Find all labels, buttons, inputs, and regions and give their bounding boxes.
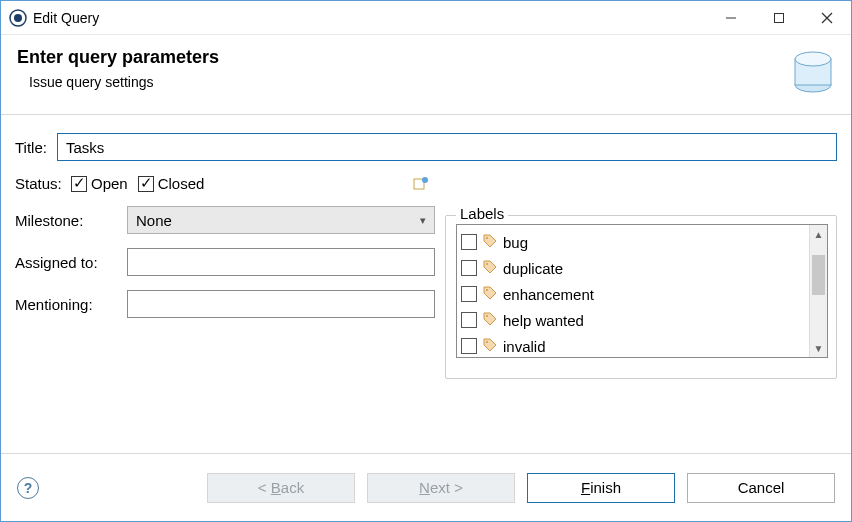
scroll-down-icon[interactable]: ▼ (810, 339, 827, 357)
status-closed-checkbox[interactable]: Closed (138, 175, 205, 192)
wizard-footer: ? < Back Next > Finish Cancel (1, 453, 851, 521)
tag-icon (483, 234, 497, 251)
checkbox-icon (138, 176, 154, 192)
svg-point-12 (486, 263, 488, 265)
label-item[interactable]: duplicate (461, 255, 805, 281)
checkbox-icon (461, 312, 477, 328)
tag-icon (483, 286, 497, 303)
customize-columns-icon[interactable] (413, 176, 429, 192)
edit-query-window: Edit Query Enter query parameters Issue … (0, 0, 852, 522)
close-button[interactable] (803, 1, 851, 35)
mentioning-label: Mentioning: (15, 296, 121, 313)
status-open-checkbox[interactable]: Open (71, 175, 128, 192)
wizard-content: Title: Status: Open Closed (1, 115, 851, 453)
labels-scrollbar[interactable]: ▲ ▼ (809, 225, 827, 357)
labels-legend: Labels (456, 205, 508, 222)
status-open-label: Open (91, 175, 128, 192)
label-item[interactable]: invalid (461, 333, 805, 357)
chevron-down-icon: ▾ (420, 214, 426, 227)
wizard-title: Enter query parameters (17, 47, 219, 68)
window-title: Edit Query (33, 10, 99, 26)
svg-point-13 (486, 289, 488, 291)
svg-point-15 (486, 341, 488, 343)
mentioning-input[interactable] (127, 290, 435, 318)
label-item[interactable]: help wanted (461, 307, 805, 333)
title-label: Title: (15, 139, 49, 156)
titlebar: Edit Query (1, 1, 851, 35)
svg-point-8 (795, 52, 831, 66)
label-text: invalid (503, 338, 546, 355)
help-button[interactable]: ? (17, 477, 39, 499)
back-button: < Back (207, 473, 355, 503)
svg-point-1 (14, 14, 22, 22)
status-closed-label: Closed (158, 175, 205, 192)
title-input[interactable] (57, 133, 837, 161)
cancel-button[interactable]: Cancel (687, 473, 835, 503)
assigned-to-label: Assigned to: (15, 254, 121, 271)
checkbox-icon (71, 176, 87, 192)
labels-list[interactable]: bugduplicateenhancementhelp wantedinvali… (457, 225, 809, 357)
wizard-subtitle: Issue query settings (29, 74, 219, 90)
tag-icon (483, 338, 497, 355)
checkbox-icon (461, 234, 477, 250)
milestone-combo[interactable]: None ▾ (127, 206, 435, 234)
finish-button[interactable]: Finish (527, 473, 675, 503)
svg-point-10 (422, 177, 428, 183)
scroll-up-icon[interactable]: ▲ (810, 225, 827, 243)
assigned-to-input[interactable] (127, 248, 435, 276)
repository-icon (787, 45, 839, 100)
labels-group: Labels bugduplicateenhancementhelp wante… (445, 215, 837, 379)
wizard-header: Enter query parameters Issue query setti… (1, 35, 851, 115)
status-label: Status: (15, 175, 61, 192)
checkbox-icon (461, 286, 477, 302)
maximize-button[interactable] (755, 1, 803, 35)
app-icon (9, 9, 27, 27)
label-text: bug (503, 234, 528, 251)
label-text: help wanted (503, 312, 584, 329)
svg-point-14 (486, 315, 488, 317)
minimize-button[interactable] (707, 1, 755, 35)
milestone-value: None (136, 212, 172, 229)
checkbox-icon (461, 338, 477, 354)
tag-icon (483, 312, 497, 329)
tag-icon (483, 260, 497, 277)
svg-point-11 (486, 237, 488, 239)
label-item[interactable]: bug (461, 229, 805, 255)
svg-rect-3 (775, 13, 784, 22)
milestone-label: Milestone: (15, 212, 121, 229)
label-item[interactable]: enhancement (461, 281, 805, 307)
label-text: enhancement (503, 286, 594, 303)
checkbox-icon (461, 260, 477, 276)
scroll-thumb[interactable] (812, 255, 825, 295)
label-text: duplicate (503, 260, 563, 277)
next-button: Next > (367, 473, 515, 503)
